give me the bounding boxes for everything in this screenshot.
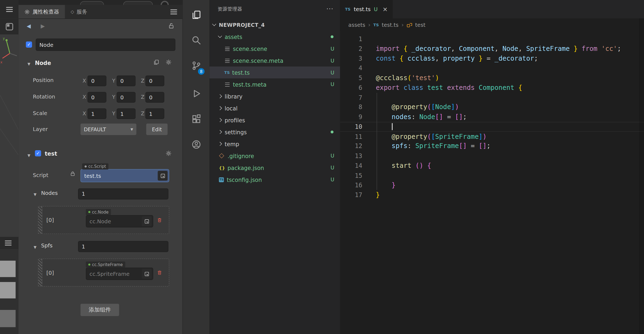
back-button[interactable]: ◀ (27, 23, 31, 29)
position-y-input[interactable]: 0 (117, 76, 136, 86)
code-line-7[interactable]: 7 (340, 93, 644, 102)
forward-button[interactable]: ▶ (41, 23, 45, 29)
scrollbar[interactable] (639, 18, 644, 334)
scale-x-input[interactable]: 1 (87, 108, 106, 119)
code-line-11[interactable]: 11 @property([SpriteFrame]) (340, 132, 644, 141)
breadcrumb-symbol[interactable]: test (415, 22, 425, 28)
code-area[interactable]: 12import { _decorator, Component, Node, … (340, 31, 644, 334)
code-line-1[interactable]: 1 (340, 34, 644, 44)
position-x-input[interactable]: 0 (87, 76, 106, 86)
code-line-4[interactable]: 4 (340, 63, 644, 73)
gear-icon[interactable] (165, 59, 172, 65)
layer-select[interactable]: DEFAULT ▼ (80, 123, 136, 135)
tree-item-library[interactable]: library (209, 90, 340, 102)
explorer-activity-icon[interactable] (183, 5, 210, 25)
rotation-y-input[interactable]: 0 (117, 92, 136, 103)
rotation-x-input[interactable]: 0 (87, 92, 106, 103)
layout-icon[interactable] (5, 23, 13, 30)
drag-handle[interactable] (38, 259, 42, 286)
hamburger-menu-icon[interactable] (5, 241, 11, 245)
add-component-button[interactable]: 添加组件 (80, 304, 119, 316)
copy-component-icon[interactable] (153, 59, 160, 65)
nodes-count-input[interactable]: 1 (78, 188, 168, 199)
panel-thumb[interactable] (0, 282, 16, 299)
asset-picker-icon[interactable] (142, 269, 151, 279)
value: 0 (120, 94, 124, 100)
panel-menu-icon[interactable] (170, 9, 177, 14)
code-line-5[interactable]: 5@ccclass('test') (340, 73, 644, 83)
panel-thumb[interactable] (0, 261, 16, 277)
scale-y-input[interactable]: 1 (117, 108, 136, 119)
layer-edit-button[interactable]: Edit (146, 123, 168, 135)
tree-item-scene.scene.meta[interactable]: scene.scene.metaU (209, 55, 340, 67)
tree-item-test.ts[interactable]: TStest.tsU (209, 67, 340, 78)
code-line-13[interactable]: 13 (340, 151, 644, 161)
code-line-2[interactable]: 2import { _decorator, Component, Node, S… (340, 44, 644, 54)
hamburger-menu-icon[interactable] (6, 7, 12, 12)
tree-item-package.json[interactable]: {}package.jsonU (209, 162, 340, 174)
panel-thumb[interactable] (0, 310, 16, 327)
tab-property-inspector[interactable]: 属性检查器 (18, 5, 65, 18)
rotation-z-input[interactable]: 0 (145, 92, 164, 103)
code-line-17[interactable]: 17} (340, 190, 644, 200)
gear-icon[interactable] (165, 150, 172, 156)
lock-icon[interactable] (70, 171, 76, 176)
scale-z-input[interactable]: 1 (145, 108, 164, 119)
breadcrumb-assets[interactable]: assets (348, 22, 365, 28)
code-line-15[interactable]: 15 (340, 171, 644, 180)
check-icon: ✓ (36, 151, 40, 156)
close-icon[interactable]: × (383, 5, 388, 13)
tree-item-.gitignore[interactable]: .gitignoreU (209, 150, 340, 162)
code-line-9[interactable]: 9 nodes: Node[] = []; (340, 112, 644, 122)
tree-item-tsconfig.json[interactable]: TStsconfig.jsonU (209, 174, 340, 186)
asset-picker-icon[interactable] (142, 216, 151, 226)
scene-view-sliver[interactable]: y x (0, 34, 18, 237)
tree-item-test.ts.meta[interactable]: test.ts.metaU (209, 78, 340, 90)
spriteframe-asset-field[interactable]: cc.SpriteFrame (86, 268, 153, 280)
code-line-16[interactable]: 16 } (340, 180, 644, 190)
test-enabled-checkbox[interactable]: ✓ (35, 150, 41, 156)
script-asset-value: test.ts (84, 173, 101, 179)
drag-handle[interactable] (38, 207, 42, 234)
tree-item-temp[interactable]: temp (209, 138, 340, 150)
code-line-8[interactable]: 8 @property([Node]) (340, 102, 644, 112)
code-line-10[interactable]: 10 (340, 122, 644, 132)
tree-item-NEWPROJECT_4[interactable]: NEWPROJECT_4 (209, 19, 340, 31)
extensions-icon[interactable] (183, 109, 210, 129)
node-name-input[interactable]: Node (36, 39, 175, 51)
trash-icon[interactable] (157, 217, 163, 223)
symbol-class-icon (406, 22, 412, 27)
account-icon[interactable] (183, 135, 210, 154)
clipped-control (123, 1, 153, 5)
tree-item-local[interactable]: local (209, 102, 340, 114)
run-debug-icon[interactable] (183, 84, 210, 103)
node-section-collapse[interactable]: ▼ (28, 60, 30, 67)
node-asset-field[interactable]: cc.Node (86, 215, 153, 227)
node-enabled-checkbox[interactable]: ✓ (26, 41, 32, 48)
script-asset-field[interactable]: test.ts (80, 169, 169, 182)
spfs-count-input[interactable]: 1 (78, 241, 168, 252)
code-line-6[interactable]: 6export class test extends Component { (340, 83, 644, 93)
spfs-collapse[interactable]: ▼ (34, 243, 36, 250)
activity-bar: 8 (183, 0, 210, 334)
search-icon[interactable] (183, 30, 210, 50)
code-line-12[interactable]: 12 spfs: SpriteFrame[] = []; (340, 141, 644, 151)
test-section-collapse[interactable]: ▼ (28, 152, 30, 158)
code-line-3[interactable]: 3const { ccclass, property } = _decorato… (340, 54, 644, 63)
source-control-icon[interactable]: 8 (183, 56, 210, 76)
asset-picker-icon[interactable] (158, 171, 167, 181)
tree-item-profiles[interactable]: profiles (209, 114, 340, 126)
tree-item-scene.scene[interactable]: scene.sceneU (209, 43, 340, 55)
chevron-right-icon: › (368, 21, 370, 28)
tab-services[interactable]: ◇ 服务 (65, 5, 93, 18)
tab-test-ts[interactable]: TS test.ts U × (340, 0, 393, 18)
nodes-collapse[interactable]: ▼ (34, 191, 36, 197)
breadcrumb-file[interactable]: test.ts (382, 22, 398, 28)
tree-item-assets[interactable]: assets (209, 31, 340, 43)
unlock-icon[interactable] (168, 22, 174, 29)
position-z-input[interactable]: 0 (145, 76, 164, 86)
code-line-14[interactable]: 14 start () { (340, 161, 644, 171)
more-actions-icon[interactable]: ··· (326, 5, 333, 13)
tree-item-settings[interactable]: settings (209, 126, 340, 138)
trash-icon[interactable] (157, 270, 163, 276)
